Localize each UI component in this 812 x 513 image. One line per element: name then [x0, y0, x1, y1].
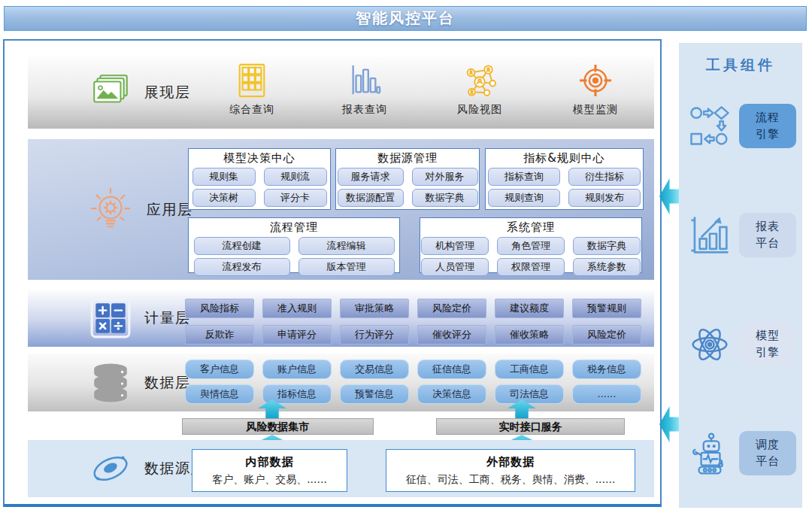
data-item: 工商信息 — [495, 360, 564, 379]
internal-data-title: 内部数据 — [192, 455, 347, 469]
measurement-layer: 计量层 风险指标 准入规则 审批策略 风险定价 建议额度 预警规则 反欺诈 申请… — [28, 289, 654, 347]
group-title: 系统管理 — [420, 218, 641, 234]
atom-icon — [688, 322, 732, 367]
app-item: 机构管理 — [421, 237, 489, 255]
tool-report-platform: 报表平台 — [679, 213, 802, 258]
app-item: 指标查询 — [488, 168, 560, 186]
measure-item: 催收评分 — [417, 325, 486, 345]
app-item: 规则发布 — [568, 189, 641, 207]
measure-item: 准入规则 — [262, 299, 332, 318]
app-item: 规则查询 — [488, 189, 560, 207]
group-title: 模型决策中心 — [189, 149, 330, 165]
app-item: 流程发布 — [194, 258, 290, 276]
external-data-box: 外部数据 征信、司法、工商、税务、舆情、消费、...... — [386, 449, 635, 492]
left-arrow-icon — [659, 178, 679, 214]
app-item: 数据字典 — [412, 189, 478, 207]
tool-scheduler-platform: 调度平台 — [679, 431, 802, 476]
internal-data-box: 内部数据 客户、账户、交易、...... — [192, 449, 347, 492]
photos-icon — [89, 71, 132, 114]
measure-item: 风险定价 — [572, 325, 641, 345]
group-model-decision-center: 模型决策中心 规则集 规则流 决策树 评分卡 — [188, 148, 331, 210]
group-datasource-management: 数据源管理 服务请求 对外服务 数据源配置 数据字典 — [335, 148, 480, 210]
module-label: 模型监测 — [550, 103, 641, 117]
bulb-gear-icon — [87, 187, 134, 233]
data-grid: 客户信息 账户信息 交易信息 征信信息 工商信息 税务信息 舆情信息 指标信息 … — [185, 360, 641, 404]
sidebar-title: 工具组件 — [679, 43, 802, 75]
data-layer-label: 数据层 — [144, 373, 191, 393]
measurement-grid: 风险指标 准入规则 审批策略 风险定价 建议额度 预警规则 反欺诈 申请评分 行… — [185, 299, 641, 345]
group-system-management: 系统管理 机构管理 角色管理 数据字典 人员管理 权限管理 系统参数 — [420, 217, 642, 273]
banner: 智能风控平台 — [4, 6, 807, 31]
group-title: 流程管理 — [189, 218, 399, 234]
galaxy-icon — [89, 448, 132, 490]
application-layer-label: 应用层 — [147, 200, 193, 220]
app-item: 人员管理 — [421, 258, 489, 276]
page-title: 智能风控平台 — [356, 7, 455, 30]
realtime-interface-bar: 实时接口服务 — [436, 418, 625, 435]
external-data-title: 外部数据 — [386, 455, 635, 469]
app-item: 衍生指标 — [568, 168, 641, 186]
group-indicator-rule-center: 指标&规则中心 指标查询 衍生指标 规则查询 规则发布 — [485, 148, 644, 210]
data-item: 账户信息 — [262, 360, 332, 379]
app-item: 规则集 — [192, 168, 256, 186]
data-item: 预警信息 — [340, 384, 409, 404]
data-layer: 数据层 客户信息 账户信息 交易信息 征信信息 工商信息 税务信息 舆情信息 指… — [28, 354, 654, 411]
measurement-layer-label: 计量层 — [144, 308, 191, 328]
module-label: 报表查询 — [320, 103, 410, 117]
data-item: ...... — [572, 384, 641, 404]
calculator-icon — [89, 297, 132, 339]
tool-process-engine: 流程引擎 — [679, 104, 802, 149]
app-item: 决策树 — [192, 189, 256, 207]
measure-item: 反欺诈 — [185, 325, 254, 345]
module-label: 综合查询 — [207, 103, 297, 117]
group-title: 指标&规则中心 — [486, 149, 643, 165]
datasource-layer: 数据源层 内部数据 客户、账户、交易、...... 外部数据 征信、司法、工商、… — [28, 440, 654, 497]
app-item: 流程创建 — [194, 237, 290, 255]
module-label: 风险视图 — [435, 103, 525, 117]
flowchart-icon — [688, 104, 732, 149]
data-item: 舆情信息 — [185, 384, 254, 404]
tool-label-box: 模型引擎 — [739, 322, 796, 366]
app-item: 服务请求 — [338, 168, 404, 186]
tool-components-sidebar: 工具组件 流程引擎 — [679, 43, 802, 508]
tool-label-box: 调度平台 — [739, 431, 796, 475]
report-chart-icon — [688, 213, 732, 258]
application-layer: 应用层 模型决策中心 规则集 规则流 决策树 评分卡 数据源管理 服务请求 对外… — [28, 139, 654, 280]
group-title: 数据源管理 — [336, 149, 479, 165]
measure-item: 审批策略 — [340, 299, 409, 318]
risk-data-mart-bar: 风险数据集市 — [182, 418, 374, 435]
tool-model-engine: 模型引擎 — [679, 322, 802, 367]
data-item: 决策信息 — [417, 384, 486, 404]
internal-data-desc: 客户、账户、交易、...... — [192, 473, 347, 487]
module-report-query: 报表查询 — [320, 63, 410, 117]
tool-label-box: 流程引擎 — [739, 104, 796, 148]
app-item: 版本管理 — [298, 258, 395, 276]
app-item: 系统参数 — [573, 258, 641, 276]
measure-item: 预警规则 — [572, 299, 641, 318]
measure-item: 申请评分 — [262, 325, 332, 345]
data-item: 交易信息 — [340, 360, 409, 379]
app-item: 规则流 — [264, 168, 327, 186]
grid-icon — [235, 63, 269, 98]
database-icon — [89, 362, 132, 404]
module-model-monitor: 模型监测 — [550, 63, 641, 117]
measure-item: 风险指标 — [185, 299, 254, 318]
presentation-layer: 展现层 综合查询 — [28, 56, 654, 129]
module-risk-view: 风险视图 — [435, 63, 525, 117]
main-panel: 展现层 综合查询 — [3, 39, 662, 507]
left-arrow-icon — [659, 406, 679, 442]
presentation-layer-label: 展现层 — [144, 83, 191, 102]
measure-item: 建议额度 — [495, 299, 564, 318]
group-process-management: 流程管理 流程创建 流程编辑 流程发布 版本管理 — [188, 217, 400, 273]
app-item: 对外服务 — [412, 168, 478, 186]
module-integrated-query: 综合查询 — [207, 63, 297, 117]
app-item: 权限管理 — [497, 258, 565, 276]
app-item: 数据源配置 — [338, 189, 404, 207]
app-item: 数据字典 — [573, 237, 641, 255]
data-item: 税务信息 — [572, 360, 641, 379]
risk-control-platform-diagram: 智能风控平台 展现层 — [0, 0, 812, 513]
data-item: 征信信息 — [417, 360, 486, 379]
measure-item: 催收策略 — [495, 325, 564, 345]
app-item: 流程编辑 — [298, 237, 395, 255]
app-item: 角色管理 — [497, 237, 565, 255]
